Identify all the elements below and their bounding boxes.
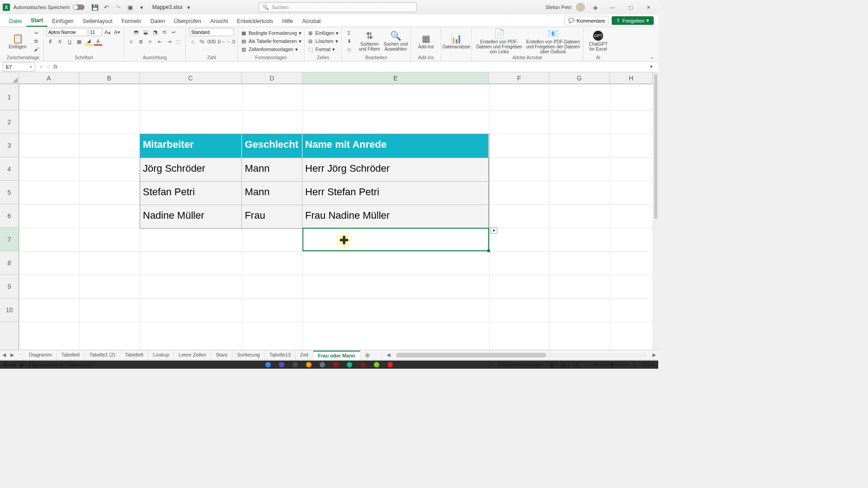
row-header-1[interactable]: 1 bbox=[0, 84, 19, 110]
column-header-B[interactable]: B bbox=[79, 72, 140, 84]
scroll-thumb[interactable] bbox=[654, 74, 657, 219]
undo-icon[interactable]: ↶ bbox=[103, 3, 111, 11]
font-name-select[interactable] bbox=[47, 28, 87, 36]
align-right-icon[interactable]: ≡ bbox=[146, 38, 154, 46]
cut-icon[interactable]: ✂ bbox=[32, 29, 41, 37]
task-app[interactable] bbox=[292, 362, 298, 367]
comma-icon[interactable]: 000 bbox=[208, 38, 216, 46]
column-header-D[interactable]: D bbox=[242, 72, 302, 84]
increase-decimal-icon[interactable]: .0→ bbox=[217, 38, 225, 46]
increase-font-icon[interactable]: A▴ bbox=[104, 28, 112, 36]
align-middle-icon[interactable]: ⬓ bbox=[142, 28, 150, 36]
sheet-nav-next[interactable]: ▶ bbox=[8, 352, 16, 358]
task-app[interactable] bbox=[279, 362, 284, 367]
wrap-text-icon[interactable]: ↩ bbox=[170, 28, 178, 36]
username[interactable]: Stefan Petri bbox=[545, 5, 571, 10]
find-select-button[interactable]: 🔍Suchen und Auswählen bbox=[383, 28, 408, 54]
row-header-6[interactable]: 6 bbox=[0, 204, 19, 228]
percent-icon[interactable]: % bbox=[198, 38, 206, 46]
align-left-icon[interactable]: ≡ bbox=[127, 38, 135, 46]
formula-input[interactable] bbox=[61, 62, 647, 71]
sheet-tab[interactable]: Stars bbox=[211, 351, 232, 360]
sheet-tab[interactable]: Tabelle1 (2) bbox=[85, 351, 120, 360]
tab-view[interactable]: Ansicht bbox=[206, 16, 232, 27]
sheet-tab[interactable]: Diagramm bbox=[24, 351, 57, 360]
tab-pagelayout[interactable]: Seitenlayout bbox=[78, 16, 117, 27]
vertical-scrollbar[interactable] bbox=[653, 72, 658, 350]
tab-file[interactable]: Datei bbox=[5, 16, 26, 27]
task-app[interactable] bbox=[306, 362, 311, 367]
tab-review[interactable]: Überprüfen bbox=[170, 16, 206, 27]
collapse-ribbon-icon[interactable]: ⌄ bbox=[647, 53, 656, 61]
border-icon[interactable]: ▦ bbox=[75, 38, 83, 46]
row-header-8[interactable]: 8 bbox=[0, 251, 19, 275]
insert-cells-button[interactable]: ⊞Einfügen▾ bbox=[307, 29, 339, 37]
select-all-corner[interactable] bbox=[0, 72, 19, 84]
orientation-icon[interactable]: ⟲ bbox=[160, 28, 169, 36]
task-app[interactable] bbox=[347, 362, 352, 367]
task-app[interactable] bbox=[333, 362, 339, 367]
minimize-button[interactable]: — bbox=[606, 3, 619, 12]
maximize-button[interactable]: ▢ bbox=[624, 3, 637, 12]
sheet-tab[interactable]: Sortierung bbox=[232, 351, 265, 360]
column-header-C[interactable]: C bbox=[140, 72, 242, 84]
paste-button[interactable]: 📋Einfügen bbox=[5, 28, 30, 54]
align-center-icon[interactable]: ≣ bbox=[137, 38, 145, 46]
hscroll-thumb[interactable] bbox=[396, 353, 546, 357]
sheet-nav-prev[interactable]: ◀ bbox=[0, 352, 8, 358]
table-header[interactable]: Name mit Anrede bbox=[302, 134, 489, 158]
sheet-tab[interactable]: Lookup bbox=[148, 351, 174, 360]
pdf-share-link-button[interactable]: 📄Erstellen von PDF-Dateien und Freigeben… bbox=[474, 28, 524, 54]
sheet-nav-more[interactable]: ⋯ bbox=[16, 352, 24, 358]
table-cell[interactable]: Nadine Müller bbox=[140, 205, 242, 228]
add-sheet-button[interactable]: ⊕ bbox=[360, 352, 375, 359]
tab-devtools[interactable]: Entwicklertools bbox=[232, 16, 278, 27]
format-cells-button[interactable]: ⬚Format▾ bbox=[307, 46, 339, 53]
task-app[interactable] bbox=[320, 362, 325, 367]
table-cell[interactable]: Frau bbox=[242, 205, 302, 228]
selected-cell[interactable] bbox=[302, 228, 489, 251]
table-cell[interactable]: Herr Jörg Schröder bbox=[302, 158, 489, 181]
cell-styles-button[interactable]: ▥Zellenformatvorlagen▾ bbox=[241, 46, 302, 53]
row-header-4[interactable]: 4 bbox=[0, 157, 19, 181]
row-header-9[interactable]: 9 bbox=[0, 275, 19, 298]
save-icon[interactable]: 💾 bbox=[91, 3, 99, 11]
chatgpt-button[interactable]: GPTChatGPT for Excel bbox=[586, 28, 610, 54]
table-cell[interactable]: Mann bbox=[242, 158, 302, 181]
expand-formula-icon[interactable]: ▾ bbox=[647, 63, 656, 71]
sheet-tab[interactable]: Tabelle8 bbox=[120, 351, 148, 360]
filename-dropdown-icon[interactable]: ▾ bbox=[184, 3, 193, 11]
conditional-formatting-button[interactable]: ▦Bedingte Formatierung▾ bbox=[241, 29, 302, 37]
table-cell[interactable]: Frau Nadine Müller bbox=[302, 205, 489, 228]
diamond-icon[interactable]: ◈ bbox=[591, 3, 599, 11]
autosave-toggle[interactable]: Automatisches Speichern bbox=[14, 5, 85, 10]
row-header-3[interactable]: 3 bbox=[0, 134, 19, 157]
table-cell[interactable]: Mann bbox=[242, 181, 302, 205]
clear-icon[interactable]: ◇ bbox=[344, 46, 354, 53]
enter-formula-icon[interactable]: ✓ bbox=[46, 64, 51, 70]
bold-icon[interactable]: F bbox=[47, 38, 55, 46]
pdf-share-outlook-button[interactable]: 📧Erstellen von PDF-Dateien und Freigeben… bbox=[526, 28, 580, 54]
row-header-2[interactable]: 2 bbox=[0, 110, 19, 134]
task-app[interactable] bbox=[265, 362, 271, 367]
grid[interactable]: MitarbeiterGeschlechtName mit AnredeJörg… bbox=[19, 84, 653, 350]
table-cell[interactable]: Jörg Schröder bbox=[140, 158, 242, 181]
indent-increase-icon[interactable]: ⇥ bbox=[165, 38, 173, 46]
fill-color-icon[interactable]: ◢ bbox=[85, 38, 93, 46]
close-button[interactable]: ✕ bbox=[642, 3, 656, 12]
fill-icon[interactable]: ⬇ bbox=[344, 38, 354, 45]
delete-cells-button[interactable]: ⊟Löschen▾ bbox=[307, 38, 339, 45]
column-header-G[interactable]: G bbox=[549, 72, 610, 84]
table-header[interactable]: Mitarbeiter bbox=[140, 134, 242, 158]
number-format-select[interactable] bbox=[189, 28, 234, 36]
redo-icon[interactable]: ↷ bbox=[114, 3, 123, 11]
addins-button[interactable]: ▦Add-Ins bbox=[414, 28, 438, 54]
sheet-tab[interactable]: Zeit bbox=[296, 351, 313, 360]
fill-handle[interactable] bbox=[487, 249, 490, 252]
data-analysis-button[interactable]: 📊Datenanalyse bbox=[444, 28, 468, 54]
sheet-tab[interactable]: Frau oder Mann bbox=[313, 351, 360, 360]
decrease-font-icon[interactable]: A▾ bbox=[113, 28, 121, 36]
avatar[interactable] bbox=[576, 3, 585, 12]
table-header[interactable]: Geschlecht bbox=[242, 134, 302, 158]
autofill-options-icon[interactable]: ▾ bbox=[490, 227, 497, 234]
